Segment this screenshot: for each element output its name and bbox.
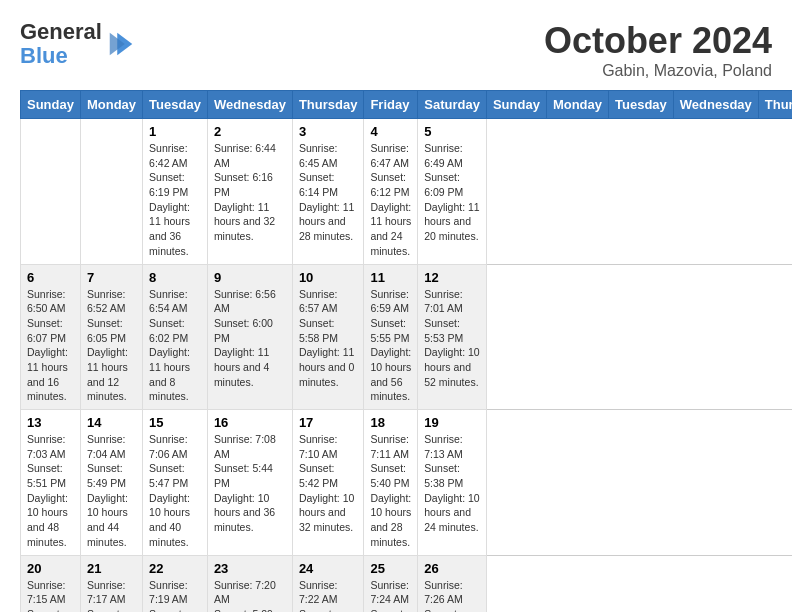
header-day: Tuesday bbox=[609, 91, 674, 119]
day-detail: Sunrise: 7:19 AMSunset: 5:31 PMDaylight:… bbox=[149, 578, 201, 613]
day-detail: Sunrise: 6:57 AMSunset: 5:58 PMDaylight:… bbox=[299, 287, 358, 390]
header-day-friday: Friday bbox=[364, 91, 418, 119]
day-detail: Sunrise: 7:03 AMSunset: 5:51 PMDaylight:… bbox=[27, 432, 74, 550]
logo-icon bbox=[106, 29, 136, 59]
day-number: 6 bbox=[27, 270, 74, 285]
day-detail: Sunrise: 6:54 AMSunset: 6:02 PMDaylight:… bbox=[149, 287, 201, 405]
day-number: 1 bbox=[149, 124, 201, 139]
header-day-thursday: Thursday bbox=[292, 91, 364, 119]
day-detail: Sunrise: 6:52 AMSunset: 6:05 PMDaylight:… bbox=[87, 287, 136, 405]
header-day-monday: Monday bbox=[80, 91, 142, 119]
day-number: 3 bbox=[299, 124, 358, 139]
calendar-cell: 22Sunrise: 7:19 AMSunset: 5:31 PMDayligh… bbox=[143, 555, 208, 612]
header-day-saturday: Saturday bbox=[418, 91, 487, 119]
page-header: GeneralBlue October 2024 Gabin, Mazovia,… bbox=[20, 20, 772, 80]
calendar-cell: 2Sunrise: 6:44 AMSunset: 6:16 PMDaylight… bbox=[207, 119, 292, 265]
calendar-cell: 14Sunrise: 7:04 AMSunset: 5:49 PMDayligh… bbox=[80, 410, 142, 556]
calendar-cell: 16Sunrise: 7:08 AMSunset: 5:44 PMDayligh… bbox=[207, 410, 292, 556]
day-number: 18 bbox=[370, 415, 411, 430]
day-detail: Sunrise: 6:49 AMSunset: 6:09 PMDaylight:… bbox=[424, 141, 480, 244]
logo-blue: Blue bbox=[20, 43, 68, 68]
day-detail: Sunrise: 7:01 AMSunset: 5:53 PMDaylight:… bbox=[424, 287, 480, 390]
day-detail: Sunrise: 7:10 AMSunset: 5:42 PMDaylight:… bbox=[299, 432, 358, 535]
day-number: 8 bbox=[149, 270, 201, 285]
day-number: 17 bbox=[299, 415, 358, 430]
header-day-sunday: Sunday bbox=[21, 91, 81, 119]
calendar-cell: 11Sunrise: 6:59 AMSunset: 5:55 PMDayligh… bbox=[364, 264, 418, 410]
day-detail: Sunrise: 7:17 AMSunset: 5:34 PMDaylight:… bbox=[87, 578, 136, 613]
day-number: 15 bbox=[149, 415, 201, 430]
day-number: 13 bbox=[27, 415, 74, 430]
calendar-row-4: 20Sunrise: 7:15 AMSunset: 5:36 PMDayligh… bbox=[21, 555, 793, 612]
calendar-cell: 8Sunrise: 6:54 AMSunset: 6:02 PMDaylight… bbox=[143, 264, 208, 410]
day-detail: Sunrise: 6:42 AMSunset: 6:19 PMDaylight:… bbox=[149, 141, 201, 259]
calendar-header-row: SundayMondayTuesdayWednesdayThursdayFrid… bbox=[21, 91, 793, 119]
day-number: 20 bbox=[27, 561, 74, 576]
day-number: 16 bbox=[214, 415, 286, 430]
calendar-cell: 6Sunrise: 6:50 AMSunset: 6:07 PMDaylight… bbox=[21, 264, 81, 410]
day-detail: Sunrise: 7:11 AMSunset: 5:40 PMDaylight:… bbox=[370, 432, 411, 550]
title-block: October 2024 Gabin, Mazovia, Poland bbox=[544, 20, 772, 80]
calendar-cell: 17Sunrise: 7:10 AMSunset: 5:42 PMDayligh… bbox=[292, 410, 364, 556]
calendar-cell bbox=[21, 119, 81, 265]
calendar-cell: 18Sunrise: 7:11 AMSunset: 5:40 PMDayligh… bbox=[364, 410, 418, 556]
day-number: 14 bbox=[87, 415, 136, 430]
calendar-cell: 15Sunrise: 7:06 AMSunset: 5:47 PMDayligh… bbox=[143, 410, 208, 556]
day-detail: Sunrise: 7:13 AMSunset: 5:38 PMDaylight:… bbox=[424, 432, 480, 535]
calendar-cell bbox=[80, 119, 142, 265]
header-day-wednesday: Wednesday bbox=[207, 91, 292, 119]
day-number: 7 bbox=[87, 270, 136, 285]
day-detail: Sunrise: 6:56 AMSunset: 6:00 PMDaylight:… bbox=[214, 287, 286, 390]
calendar-cell: 25Sunrise: 7:24 AMSunset: 5:25 PMDayligh… bbox=[364, 555, 418, 612]
calendar-cell: 13Sunrise: 7:03 AMSunset: 5:51 PMDayligh… bbox=[21, 410, 81, 556]
location: Gabin, Mazovia, Poland bbox=[544, 62, 772, 80]
day-number: 22 bbox=[149, 561, 201, 576]
calendar-row-1: 1Sunrise: 6:42 AMSunset: 6:19 PMDaylight… bbox=[21, 119, 793, 265]
day-number: 24 bbox=[299, 561, 358, 576]
header-day-tuesday: Tuesday bbox=[143, 91, 208, 119]
calendar-cell: 1Sunrise: 6:42 AMSunset: 6:19 PMDaylight… bbox=[143, 119, 208, 265]
calendar-table: SundayMondayTuesdayWednesdayThursdayFrid… bbox=[20, 90, 792, 612]
day-number: 11 bbox=[370, 270, 411, 285]
calendar-row-2: 6Sunrise: 6:50 AMSunset: 6:07 PMDaylight… bbox=[21, 264, 793, 410]
day-number: 23 bbox=[214, 561, 286, 576]
calendar-cell: 9Sunrise: 6:56 AMSunset: 6:00 PMDaylight… bbox=[207, 264, 292, 410]
month-title: October 2024 bbox=[544, 20, 772, 62]
header-day: Thursday bbox=[758, 91, 792, 119]
calendar-cell: 24Sunrise: 7:22 AMSunset: 5:27 PMDayligh… bbox=[292, 555, 364, 612]
header-day: Monday bbox=[546, 91, 608, 119]
calendar-cell: 26Sunrise: 7:26 AMSunset: 5:23 PMDayligh… bbox=[418, 555, 487, 612]
day-number: 2 bbox=[214, 124, 286, 139]
day-detail: Sunrise: 6:50 AMSunset: 6:07 PMDaylight:… bbox=[27, 287, 74, 405]
day-detail: Sunrise: 7:08 AMSunset: 5:44 PMDaylight:… bbox=[214, 432, 286, 535]
calendar-cell: 23Sunrise: 7:20 AMSunset: 5:29 PMDayligh… bbox=[207, 555, 292, 612]
day-detail: Sunrise: 7:24 AMSunset: 5:25 PMDaylight:… bbox=[370, 578, 411, 613]
day-detail: Sunrise: 7:04 AMSunset: 5:49 PMDaylight:… bbox=[87, 432, 136, 550]
day-detail: Sunrise: 7:20 AMSunset: 5:29 PMDaylight:… bbox=[214, 578, 286, 613]
header-day: Sunday bbox=[486, 91, 546, 119]
day-number: 4 bbox=[370, 124, 411, 139]
calendar-cell: 3Sunrise: 6:45 AMSunset: 6:14 PMDaylight… bbox=[292, 119, 364, 265]
logo-text: GeneralBlue bbox=[20, 20, 102, 68]
calendar-cell: 4Sunrise: 6:47 AMSunset: 6:12 PMDaylight… bbox=[364, 119, 418, 265]
day-number: 9 bbox=[214, 270, 286, 285]
day-detail: Sunrise: 7:26 AMSunset: 5:23 PMDaylight:… bbox=[424, 578, 480, 613]
calendar-cell: 20Sunrise: 7:15 AMSunset: 5:36 PMDayligh… bbox=[21, 555, 81, 612]
calendar-cell: 12Sunrise: 7:01 AMSunset: 5:53 PMDayligh… bbox=[418, 264, 487, 410]
day-number: 25 bbox=[370, 561, 411, 576]
day-detail: Sunrise: 6:45 AMSunset: 6:14 PMDaylight:… bbox=[299, 141, 358, 244]
day-detail: Sunrise: 7:06 AMSunset: 5:47 PMDaylight:… bbox=[149, 432, 201, 550]
day-number: 19 bbox=[424, 415, 480, 430]
day-detail: Sunrise: 6:59 AMSunset: 5:55 PMDaylight:… bbox=[370, 287, 411, 405]
day-detail: Sunrise: 7:22 AMSunset: 5:27 PMDaylight:… bbox=[299, 578, 358, 613]
day-detail: Sunrise: 6:44 AMSunset: 6:16 PMDaylight:… bbox=[214, 141, 286, 244]
day-detail: Sunrise: 6:47 AMSunset: 6:12 PMDaylight:… bbox=[370, 141, 411, 259]
calendar-cell: 21Sunrise: 7:17 AMSunset: 5:34 PMDayligh… bbox=[80, 555, 142, 612]
day-number: 26 bbox=[424, 561, 480, 576]
calendar-cell: 19Sunrise: 7:13 AMSunset: 5:38 PMDayligh… bbox=[418, 410, 487, 556]
calendar-cell: 5Sunrise: 6:49 AMSunset: 6:09 PMDaylight… bbox=[418, 119, 487, 265]
logo: GeneralBlue bbox=[20, 20, 136, 68]
calendar-row-3: 13Sunrise: 7:03 AMSunset: 5:51 PMDayligh… bbox=[21, 410, 793, 556]
day-number: 10 bbox=[299, 270, 358, 285]
header-day: Wednesday bbox=[673, 91, 758, 119]
